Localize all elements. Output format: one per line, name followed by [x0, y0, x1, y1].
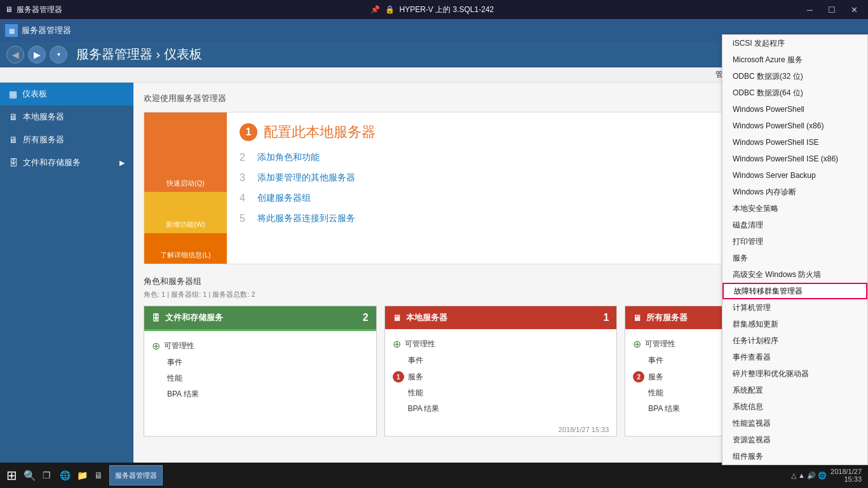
card-header-local: 🖥 本地服务器 1 [385, 306, 617, 329]
menu-disk-cleanup[interactable]: 磁盘清理 [722, 217, 867, 233]
sidebar-item-all-servers[interactable]: 🖥 所有服务器 [0, 128, 133, 151]
local-server-icon: 🖥 [9, 112, 18, 122]
nav-dropdown-button[interactable]: ▾ [50, 46, 67, 64]
menu-firewall[interactable]: 高级安全 Windows 防火墙 [722, 266, 867, 283]
card-row-local-performance: 性能 [393, 385, 609, 401]
ie-button[interactable]: 🌐 [60, 470, 71, 480]
qs-main-title: 配置此本地服务器 [264, 123, 376, 142]
menu-local-security[interactable]: 本地安全策略 [722, 200, 867, 217]
title-bar-left: 🖥 服务器管理器 [5, 4, 62, 15]
menu-powershell-ise-x86[interactable]: Windows PowerShell ISE (x86) [722, 151, 867, 167]
explorer-button[interactable]: 📁 [77, 470, 88, 480]
menu-powershell[interactable]: Windows PowerShell [722, 101, 867, 118]
server-mgr-taskbar[interactable]: 🖥 [94, 470, 103, 480]
sidebar-item-dashboard[interactable]: ▦ 仪表板 [0, 83, 133, 105]
expand-arrow-icon: ▶ [119, 159, 125, 167]
back-button[interactable]: ◀ [6, 46, 24, 64]
menu-powershell-x86[interactable]: Windows PowerShell (x86) [722, 118, 867, 134]
sidebar: ▦ 仪表板 🖥 本地服务器 🖥 所有服务器 🗄 文件和存储服务 ▶ [0, 83, 133, 463]
menu-print-mgmt[interactable]: 打印管理 [722, 233, 867, 250]
green-circle-icon-local: ⊕ [393, 338, 401, 350]
menu-memory-diag[interactable]: Windows 内存诊断 [722, 184, 867, 200]
all-events-label: 事件 [648, 355, 663, 366]
menu-event-viewer[interactable]: 事件查看器 [722, 349, 867, 365]
menu-odbc64[interactable]: ODBC 数据源(64 位) [722, 85, 867, 101]
menu-iscsi[interactable]: iSCSI 发起程序 [722, 35, 867, 51]
title-bar-center: 📌 🔒 HYPER-V 上的 3.SQL1-242 [62, 4, 802, 15]
lock-icon: 🔒 [385, 5, 395, 14]
taskbar-server-manager[interactable]: 服务器管理器 [109, 465, 163, 485]
all-servers-icon: 🖥 [9, 135, 18, 145]
menu-task-scheduler[interactable]: 任务计划程序 [722, 332, 867, 349]
qs-step2-link[interactable]: 添加角色和功能 [257, 152, 320, 163]
all-manageability-label: 可管理性 [645, 339, 675, 349]
app-logo: ▦ [5, 24, 18, 37]
menu-sys-config[interactable]: 系统配置 [722, 382, 867, 398]
qs-step3-link[interactable]: 添加要管理的其他服务器 [257, 172, 355, 184]
search-button[interactable]: 🔍 [24, 470, 36, 482]
all-services-label: 服务 [648, 372, 663, 383]
menu-computer-mgmt[interactable]: 计算机管理 [722, 299, 867, 316]
task-view-button[interactable]: ❐ [43, 470, 51, 480]
menu-sys-info[interactable]: 系统信息 [722, 398, 867, 415]
menu-failover-cluster[interactable]: 故障转移群集管理器 [722, 283, 867, 299]
menu-defrag[interactable]: 碎片整理和优化驱动器 [722, 365, 867, 382]
card-header-file-storage: 🗄 文件和存储服务 2 [144, 306, 376, 329]
qs-step4-link[interactable]: 创建服务器组 [257, 193, 311, 204]
card-title-local: 本地服务器 [406, 312, 447, 323]
systray-date: 2018/1/27 [831, 468, 862, 475]
menu-windows-server-backup[interactable]: Windows Server Backup [722, 167, 867, 184]
menu-cluster-aware[interactable]: 群集感知更新 [722, 316, 867, 332]
menu-azure[interactable]: Microsoft Azure 服务 [722, 51, 867, 68]
menu-component-services[interactable]: 组件服务 [722, 448, 867, 464]
start-button[interactable]: ⊞ [6, 468, 17, 483]
sidebar-item-file-storage[interactable]: 🗄 文件和存储服务 ▶ [0, 151, 133, 174]
qs-learnmore-block[interactable]: 了解详细信息(L) [144, 233, 227, 264]
qs-step3-num: 3 [240, 172, 250, 184]
breadcrumb-root: 服务器管理器 [76, 47, 153, 61]
card-row-bpa: BPA 结果 [152, 386, 369, 402]
card-title-file: 文件和存储服务 [165, 312, 223, 323]
systray-icons: △ ▲ 🔊 🌐 [791, 471, 827, 480]
green-circle-icon-all: ⊕ [633, 338, 641, 350]
menu-resource-monitor[interactable]: 资源监视器 [722, 431, 867, 448]
minimize-button[interactable]: ─ [802, 4, 818, 16]
restore-button[interactable]: ☐ [823, 4, 841, 16]
local-events-label: 事件 [408, 355, 423, 366]
menu-perf-monitor[interactable]: 性能监视器 [722, 415, 867, 431]
close-button[interactable]: ✕ [846, 4, 863, 16]
qs-newfeature-block[interactable]: 新增功能(W) [144, 192, 227, 233]
title-bar: 🖥 服务器管理器 📌 🔒 HYPER-V 上的 3.SQL1-242 ─ ☐ ✕ [0, 0, 868, 19]
red-badge-2: 2 [633, 371, 644, 383]
card-footer-local: 2018/1/27 15:33 [385, 423, 617, 436]
qs-step5-link[interactable]: 将此服务器连接到云服务 [257, 213, 355, 224]
card-row-local-bpa: BPA 结果 [393, 401, 609, 417]
card-row-local-events: 事件 [393, 353, 609, 369]
sidebar-label-all-servers: 所有服务器 [23, 134, 64, 146]
sidebar-label-file-storage: 文件和存储服务 [23, 157, 81, 168]
manageability-label: 可管理性 [164, 341, 194, 351]
bpa-label: BPA 结果 [167, 389, 199, 400]
taskbar-sm-label: 服务器管理器 [115, 471, 157, 480]
sidebar-item-local-server[interactable]: 🖥 本地服务器 [0, 105, 133, 128]
file-storage-icon: 🗄 [9, 158, 18, 168]
systray-time: 2018/1/27 15:33 [831, 468, 862, 483]
local-manageability-label: 可管理性 [405, 339, 435, 349]
qs-step1-circle: 1 [240, 123, 257, 141]
qs-step5-num: 5 [240, 213, 250, 224]
forward-button[interactable]: ▶ [28, 46, 46, 64]
title-bar-app-name: 服务器管理器 [17, 4, 62, 15]
local-performance-label: 性能 [408, 388, 423, 398]
qs-quickstart-label: 快速启动(Q) [166, 179, 205, 188]
card-icon-all: 🖥 [633, 313, 641, 323]
menu-odbc32[interactable]: ODBC 数据源(32 位) [722, 68, 867, 85]
qs-quickstart-block[interactable]: 快速启动(Q) [144, 112, 227, 192]
card-body-file: ⊕ 可管理性 事件 性能 BPA 结果 [144, 331, 376, 409]
breadcrumb-separator: › [156, 47, 164, 61]
card-title-all: 所有服务器 [646, 312, 688, 323]
card-count-file: 2 [363, 312, 369, 323]
green-circle-icon: ⊕ [152, 340, 160, 352]
taskbar: ⊞ 🔍 ❐ 🌐 📁 🖥 服务器管理器 △ ▲ 🔊 🌐 2018/1/27 15:… [0, 463, 868, 488]
menu-powershell-ise[interactable]: Windows PowerShell ISE [722, 134, 867, 151]
menu-services[interactable]: 服务 [722, 250, 867, 266]
